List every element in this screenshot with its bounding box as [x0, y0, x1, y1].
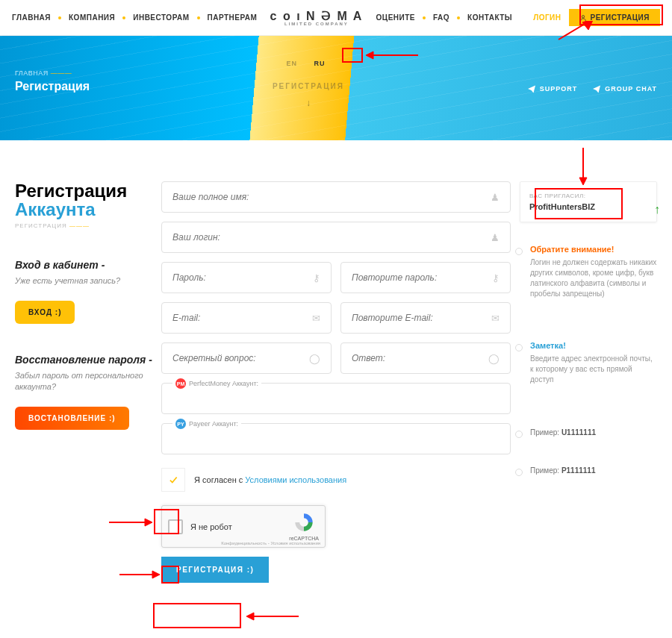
recaptcha-label: Я не робот: [190, 522, 281, 531]
lang-en[interactable]: EN: [286, 60, 297, 67]
nav-right-group: ОЦЕНИТЕ FAQ КОНТАКТЫ ЛОГИН РЕГИСТРАЦИЯ: [376, 9, 660, 26]
breadcrumb[interactable]: ГЛАВНАЯ ———: [15, 69, 90, 77]
user-icon: ♟: [491, 232, 500, 243]
recaptcha: Я не робот reCAPTCHA Конфиденциальность …: [161, 505, 326, 548]
terms-link[interactable]: Условиями использования: [245, 475, 346, 484]
hero-mid-title: РЕГИСТРАЦИЯ: [273, 82, 344, 90]
fullname-field-wrap: ♟: [161, 181, 511, 213]
recovery-heading: Восстановление пароля -: [15, 354, 152, 366]
check-icon: [168, 475, 178, 485]
svg-point-0: [582, 15, 584, 17]
answer-input[interactable]: [352, 353, 488, 363]
scroll-top-button[interactable]: ↑: [654, 203, 660, 216]
signin-heading: Вход в кабинет -: [15, 259, 152, 271]
nav-faq[interactable]: FAQ: [433, 13, 449, 22]
signin-button[interactable]: ВХОД :): [15, 301, 75, 324]
hero-banner: ГЛАВНАЯ ——— Регистрация EN RU РЕГИСТРАЦИ…: [0, 36, 672, 140]
mail-icon: ✉: [491, 313, 500, 324]
invited-by-box: ВАС ПРИГЛАСИЛ: ProfitHuntersBIZ: [520, 181, 657, 222]
hint-payeer: Пример: P1111111: [520, 466, 657, 475]
hero-title: Регистрация: [15, 80, 90, 93]
paper-plane-icon: [527, 84, 536, 93]
payeer-input[interactable]: [172, 434, 500, 444]
support-link[interactable]: SUPPORT: [527, 84, 578, 93]
nav-rate[interactable]: ОЦЕНИТЕ: [376, 13, 415, 22]
svg-marker-12: [246, 613, 254, 620]
signin-text: Уже есть учетная запись?: [15, 275, 152, 287]
paper-plane-icon: [592, 84, 601, 93]
terms-checkbox[interactable]: [161, 468, 185, 492]
perfectmoney-input[interactable]: [172, 393, 500, 404]
question-input[interactable]: [172, 353, 309, 363]
nav-investors[interactable]: ИНВЕСТОРАМ: [133, 13, 189, 22]
recovery-button[interactable]: ВОСТАНОВЛЕНИЕ :): [15, 407, 129, 430]
key-icon: ⚷: [313, 272, 320, 284]
register-button[interactable]: РЕГИСТРАЦИЯ: [569, 9, 660, 26]
note-block: Заметка! Введите адрес электронной почты…: [520, 341, 657, 385]
nav-partners[interactable]: ПАРТНЕРАМ: [208, 13, 258, 22]
nav-left-group: ГЛАВНАЯ КОМПАНИЯ ИНВЕСТОРАМ ПАРТНЕРАМ: [12, 13, 257, 22]
hint-pm: Пример: U1111111: [520, 428, 657, 437]
login-link[interactable]: ЛОГИН: [533, 13, 561, 22]
recaptcha-checkbox[interactable]: [168, 519, 183, 534]
register-form: ♟ ♟ ⚷ ⚷ ✉ ✉ ◯ ◯ PMPerfectMoney Аккаунт:: [161, 181, 511, 583]
attention-block: Обратите внимание! Логин не должен содер…: [520, 245, 657, 299]
chat-icon: ◯: [488, 353, 500, 364]
pm-badge-icon: PM: [175, 378, 186, 389]
mail-icon: ✉: [312, 313, 320, 324]
invited-label: ВАС ПРИГЛАСИЛ:: [529, 193, 647, 199]
right-column: ВАС ПРИГЛАСИЛ: ProfitHuntersBIZ Обратите…: [520, 181, 657, 583]
logo[interactable]: c o ı N Ə M A LIMITED COMPANY: [270, 9, 364, 26]
user-icon: ♟: [491, 192, 500, 203]
chevron-down-icon: ↓: [273, 98, 344, 108]
top-nav: ГЛАВНАЯ КОМПАНИЯ ИНВЕСТОРАМ ПАРТНЕРАМ c …: [0, 0, 672, 36]
payeer-badge-icon: PY: [175, 419, 186, 429]
chat-icon: ◯: [309, 353, 320, 364]
left-column: Регистрация Аккаунта РЕГИСТРАЦИЯ ——— Вхо…: [15, 181, 152, 583]
email2-input[interactable]: [352, 313, 491, 323]
terms-text: Я согласен с Условиями использования: [194, 475, 346, 484]
submit-button[interactable]: РЕГИСТРАЦИЯ :): [161, 557, 269, 583]
recovery-text: Забыл пароль от персонального аккаунта?: [15, 370, 152, 393]
nav-company[interactable]: КОМПАНИЯ: [69, 13, 115, 22]
key-icon: ⚷: [492, 272, 500, 284]
login-input[interactable]: [172, 232, 491, 243]
nav-home[interactable]: ГЛАВНАЯ: [12, 13, 51, 22]
email-input[interactable]: [172, 313, 312, 323]
user-icon: [579, 14, 587, 22]
page-title: Регистрация Аккаунта: [15, 181, 152, 219]
password-input[interactable]: [172, 272, 313, 283]
invited-value: ProfitHuntersBIZ: [529, 202, 647, 211]
group-chat-link[interactable]: GROUP CHAT: [592, 84, 657, 93]
lang-ru[interactable]: RU: [308, 57, 330, 69]
recaptcha-logo: reCAPTCHA: [289, 512, 319, 541]
password2-input[interactable]: [352, 272, 492, 283]
nav-contacts[interactable]: КОНТАКТЫ: [467, 13, 512, 22]
fullname-input[interactable]: [172, 192, 491, 202]
